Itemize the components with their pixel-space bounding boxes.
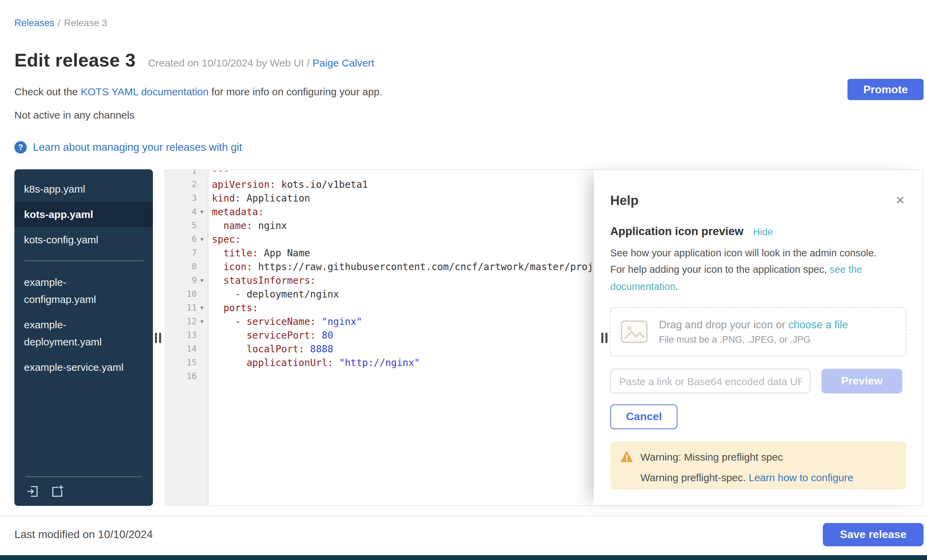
code-line-10[interactable]: 10 - deployment/nginx [165,287,594,301]
file-name: kots-config.yaml [24,231,99,248]
git-help-link[interactable]: Learn about managing your releases with … [33,141,242,153]
code-lines: 1---2apiVersion: kots.io/v1beta13kind: A… [165,170,594,383]
file-item-kots-config.yaml[interactable]: kots-config.yaml [14,227,153,252]
fold-arrow-icon[interactable]: ▾ [198,315,207,328]
code-line-4[interactable]: 4▾metadata: [165,205,594,219]
code-line-1[interactable]: 1--- [165,170,594,178]
code-text: - deployment/nginx [208,287,339,301]
code-text: localPort: 8888 [208,342,333,356]
file-name: example-deployment.yaml [24,316,132,350]
docs-text: Check out the KOTS YAML documentation fo… [14,86,817,98]
code-line-5[interactable]: 5 name: nginx [165,219,594,232]
breadcrumb-separator: / [58,17,61,28]
line-number: 5 [191,219,197,232]
icon-dropzone[interactable]: Drag and drop your icon or choose a file… [610,307,906,357]
line-number: 6 [191,232,197,246]
code-text: --- [208,170,229,178]
gutter-cell: 9▾ [165,273,208,287]
help-circle-icon[interactable]: ? [14,141,27,153]
gutter-cell: 11▾ [165,301,208,315]
sidebar-divider [24,261,143,261]
gutter-cell: 8 [165,260,208,273]
icon-url-row: Preview [610,369,906,393]
help-panel: Help ✕ Application icon preview Hide See… [594,170,923,505]
file-item-kots-app.yaml[interactable]: kots-app.yaml [14,202,153,227]
choose-file-link[interactable]: choose a file [788,319,848,330]
code-text: - serviceName: "nginx" [208,315,362,328]
line-number: 10 [187,287,197,301]
file-item-example-service.yaml[interactable]: example-service.yaml [14,354,153,380]
last-modified-text: Last modified on 10/10/2024 [14,528,153,541]
created-text: Created on 10/10/2024 by Web UI / [148,57,310,68]
gutter-cell: 13 [165,328,208,342]
fold-arrow-icon[interactable]: ▾ [198,205,207,219]
docs-suffix: for more info on configuring your app. [208,86,382,97]
file-item-example-configmap.yaml[interactable]: example-configmap.yaml [14,269,153,312]
file-item-k8s-app.yaml[interactable]: k8s-app.yaml [14,176,153,202]
code-line-7[interactable]: 7 title: App Name [165,246,594,260]
code-line-9[interactable]: 9▾ statusInformers: [165,273,594,287]
code-line-15[interactable]: 15 applicationUrl: "http://nginx" [165,356,594,369]
dropzone-prefix: Drag and drop your icon or [659,319,788,330]
yaml-editor[interactable]: 1---2apiVersion: kots.io/v1beta13kind: A… [165,170,594,505]
save-release-button[interactable]: Save release [823,523,924,546]
title-row: Edit release 3 Created on 10/10/2024 by … [14,50,924,71]
code-line-2[interactable]: 2apiVersion: kots.io/v1beta1 [165,178,594,191]
code-text: metadata: [208,205,264,219]
docs-prefix: Check out the [14,86,81,97]
cancel-button[interactable]: Cancel [610,404,678,429]
code-line-12[interactable]: 12▾ - serviceName: "nginx" [165,315,594,328]
import-file-icon[interactable] [25,484,41,499]
help-panel-title: Help [610,193,638,208]
docs-row: Check out the KOTS YAML documentation fo… [0,86,927,98]
line-number: 16 [187,369,197,383]
line-number: 13 [187,328,197,342]
code-line-16[interactable]: 16 [165,369,594,383]
fold-arrow-icon[interactable]: ▾ [198,301,207,315]
line-number: 8 [191,260,197,273]
promote-button[interactable]: Promote [848,79,924,100]
file-sidebar: k8s-app.yamlkots-app.yamlkots-config.yam… [14,169,153,506]
code-line-6[interactable]: 6▾spec: [165,232,594,246]
code-line-8[interactable]: 8 icon: https://raw.githubusercontent.co… [165,260,594,273]
breadcrumb-releases-link[interactable]: Releases [14,17,55,28]
line-number: 3 [191,191,197,205]
line-number: 11 [187,301,197,315]
code-text [208,369,212,383]
close-icon[interactable]: ✕ [894,193,907,208]
preview-button[interactable]: Preview [821,369,902,393]
hide-link[interactable]: Hide [753,226,773,237]
sidebar-resize-handle[interactable] [155,332,161,343]
icon-url-input[interactable] [610,369,810,393]
help-panel-resize-handle[interactable] [601,332,608,343]
code-text: name: nginx [208,219,287,232]
line-number: 14 [187,342,197,356]
created-info: Created on 10/10/2024 by Web UI / Paige … [148,57,374,68]
code-line-14[interactable]: 14 localPort: 8888 [165,342,594,356]
created-author-link[interactable]: Paige Calvert [313,57,374,68]
code-text: statusInformers: [208,273,316,287]
code-line-13[interactable]: 13 servicePort: 80 [165,328,594,342]
code-line-3[interactable]: 3kind: Application [165,191,594,205]
code-text: title: App Name [208,246,310,260]
learn-how-to-configure-link[interactable]: Learn how to configure [749,472,853,483]
fold-arrow-icon[interactable]: ▾ [198,273,207,287]
bottom-edge-bar [0,555,927,560]
file-item-example-deployment.yaml[interactable]: example-deployment.yaml [14,312,153,354]
code-text: kind: Application [208,191,310,205]
description-period: . [675,281,678,291]
code-line-11[interactable]: 11▾ ports: [165,301,594,315]
code-text: ports: [208,301,258,315]
kots-yaml-docs-link[interactable]: KOTS YAML documentation [81,86,208,97]
sidebar-footer [25,477,142,499]
release-workspace: k8s-app.yamlkots-app.yamlkots-config.yam… [14,169,924,506]
fold-arrow-icon[interactable]: ▾ [198,232,207,246]
gutter-cell: 10 [165,287,208,301]
code-text: spec: [208,232,241,246]
icon-preview-section-header: Application icon preview Hide [610,225,906,238]
preflight-warning-box: Warning: Missing preflight spec Warning … [610,442,906,489]
code-text: applicationUrl: "http://nginx" [208,356,420,369]
gutter-cell: 3 [165,191,208,205]
warning-triangle-icon [620,450,634,463]
add-file-icon[interactable] [50,484,65,499]
